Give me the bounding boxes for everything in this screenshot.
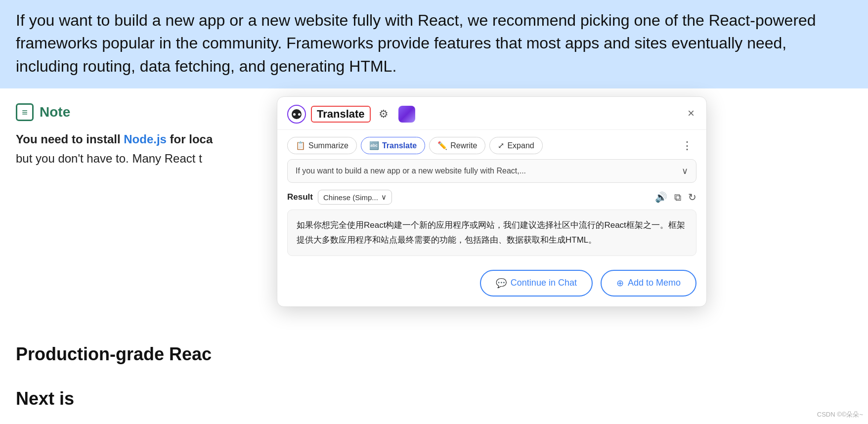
language-chevron-icon: ∨: [381, 193, 387, 202]
summarize-icon: 📋: [296, 141, 305, 150]
left-eye: [293, 113, 296, 116]
note-body: You need to install Node.js for loca but…: [16, 130, 273, 168]
logo-eyes: [293, 113, 301, 116]
settings-button[interactable]: ⚙: [376, 106, 391, 122]
input-text: If you want to build a new app or a new …: [296, 167, 682, 175]
add-to-memo-label: Add to Memo: [628, 278, 681, 288]
copy-icon[interactable]: ⧉: [674, 192, 681, 203]
more-options-button[interactable]: ⋮: [678, 137, 696, 154]
node-js-link[interactable]: Node.js: [124, 132, 167, 146]
language-name: Chinese (Simp...: [323, 193, 378, 202]
selected-text-block: If you want to build a new app or a new …: [0, 0, 868, 88]
logo-face: [292, 109, 302, 119]
tab-rewrite-label: Rewrite: [450, 141, 477, 150]
note-body-part3: but you don't have to. Many React t: [16, 152, 202, 165]
note-body-part1: You need to install Node.js for loca: [16, 132, 213, 146]
tab-expand-label: Expand: [507, 141, 534, 150]
tab-translate[interactable]: 🔤 Translate: [361, 137, 425, 154]
chevron-down-icon[interactable]: ∨: [682, 166, 688, 176]
right-eye: [298, 113, 301, 116]
input-area[interactable]: If you want to build a new app or a new …: [287, 159, 696, 183]
memo-icon: ⊕: [616, 278, 624, 289]
tab-summarize[interactable]: 📋 Summarize: [287, 137, 357, 154]
note-title: Note: [40, 104, 70, 120]
continue-in-chat-button[interactable]: 💬 Continue in Chat: [480, 270, 593, 297]
result-header: Result Chinese (Simp... ∨ 🔊 ⧉ ↻: [277, 190, 706, 210]
app-icon: [398, 106, 415, 123]
translation-text: 如果你想完全使用React构建一个新的应用程序或网站，我们建议选择社区中流行的R…: [297, 220, 685, 245]
expand-icon: ⤢: [498, 141, 504, 150]
result-actions: 🔊 ⧉ ↻: [655, 191, 696, 203]
watermark: CSDN ©©朵朵~: [817, 410, 863, 419]
action-tabs: 📋 Summarize 🔤 Translate ✏️ Rewrite ⤢ Exp…: [277, 130, 706, 159]
translate-popup: Translate ⚙ × 📋 Summarize 🔤 Translate ✏️…: [277, 96, 707, 307]
refresh-icon[interactable]: ↻: [688, 191, 696, 203]
rewrite-icon: ✏️: [437, 141, 447, 150]
bottom-actions: 💬 Continue in Chat ⊕ Add to Memo: [277, 265, 706, 306]
tab-expand[interactable]: ⤢ Expand: [489, 137, 542, 154]
translate-logo: [287, 105, 306, 124]
translate-icon: 🔤: [369, 141, 379, 150]
close-button[interactable]: ×: [684, 106, 698, 121]
selected-text: If you want to build a new app or a new …: [16, 11, 816, 75]
tab-summarize-label: Summarize: [308, 141, 348, 150]
note-icon: ≡: [16, 103, 34, 121]
tab-translate-label: Translate: [382, 141, 417, 150]
speaker-icon[interactable]: 🔊: [655, 191, 667, 203]
popup-header: Translate ⚙ ×: [277, 97, 706, 130]
chat-icon: 💬: [496, 278, 507, 289]
next-heading: Next is: [16, 388, 74, 409]
translation-output: 如果你想完全使用React构建一个新的应用程序或网站，我们建议选择社区中流行的R…: [287, 210, 696, 256]
language-selector[interactable]: Chinese (Simp... ∨: [318, 190, 392, 205]
popup-title: Translate: [311, 106, 371, 123]
continue-in-chat-label: Continue in Chat: [511, 278, 577, 288]
tab-rewrite[interactable]: ✏️ Rewrite: [429, 137, 485, 154]
production-heading: Production-grade Reac: [16, 344, 212, 365]
add-to-memo-button[interactable]: ⊕ Add to Memo: [601, 270, 696, 297]
result-label: Result: [287, 192, 313, 202]
